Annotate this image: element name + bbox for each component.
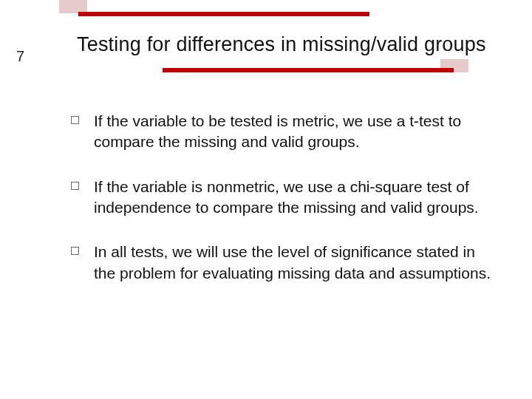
bullet-icon [71,182,79,190]
bullet-icon [71,247,79,255]
body-content: If the variable to be tested is metric, … [71,111,499,307]
accent-rule-mid [163,68,454,72]
slide-title: Testing for differences in missing/valid… [77,33,514,56]
list-item: In all tests, we will use the level of s… [71,242,499,284]
accent-rule-top [78,12,369,16]
bullet-icon [71,116,79,124]
list-item: If the variable to be tested is metric, … [71,111,499,153]
page-number: 7 [16,48,24,65]
bullet-text: In all tests, we will use the level of s… [94,242,499,284]
bullet-text: If the variable is nonmetric, we use a c… [94,177,499,219]
list-item: If the variable is nonmetric, we use a c… [71,177,499,219]
bullet-text: If the variable to be tested is metric, … [94,111,499,153]
